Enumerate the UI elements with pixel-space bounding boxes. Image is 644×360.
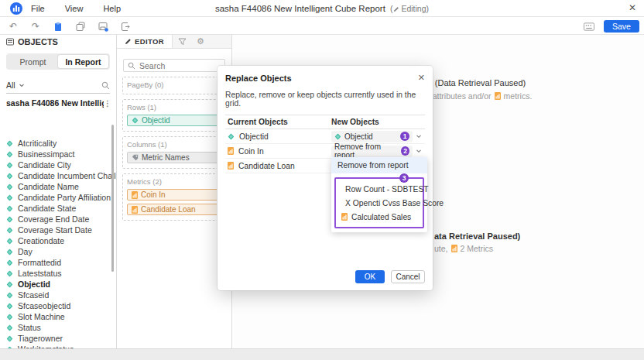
section-label: Rows (1) <box>127 103 221 111</box>
new-object-select[interactable]: Remove from report2 <box>331 146 413 157</box>
attribute-icon <box>228 133 235 140</box>
chevron-down-icon[interactable] <box>19 82 25 88</box>
attribute-icon <box>6 303 13 310</box>
chevron-down-icon[interactable] <box>413 148 425 154</box>
dropdown-option[interactable]: X Opencti Cvss Base Score <box>336 196 423 210</box>
list-item[interactable]: Candidate Party Affiliation <box>0 192 116 203</box>
list-item[interactable]: Day <box>0 246 116 257</box>
menu-view[interactable]: View <box>65 4 84 13</box>
list-item[interactable]: Atcriticality <box>0 138 116 149</box>
search-icon[interactable] <box>101 81 110 90</box>
objects-panel: OBJECTS Prompt In Report All sasha F4408… <box>0 35 117 360</box>
editor-search-input[interactable] <box>139 61 217 70</box>
search-icon <box>128 62 135 70</box>
cancel-button[interactable]: Cancel <box>391 270 425 283</box>
attribute-icon <box>334 133 341 140</box>
list-item[interactable]: Coverage Start Date <box>0 225 116 235</box>
app-logo-icon <box>10 2 22 15</box>
grid-subtitle-fragment: ute, 2 Metrics <box>434 244 493 253</box>
close-window-icon[interactable]: ✕ <box>629 2 636 13</box>
editor-search[interactable] <box>123 59 225 72</box>
dropdown-option-selected[interactable]: Remove from report <box>331 157 427 173</box>
tab-prompt[interactable]: Prompt <box>8 55 58 68</box>
save-button[interactable]: Save <box>604 20 639 33</box>
export-icon[interactable] <box>120 21 131 32</box>
ok-button[interactable]: OK <box>355 270 385 283</box>
save-status-icon[interactable] <box>98 21 108 32</box>
list-item[interactable]: Candidate City <box>0 159 116 170</box>
current-object-cell: Coin In <box>225 147 331 156</box>
attribute-icon <box>6 140 13 147</box>
dialog-title: Replace Objects <box>225 74 418 83</box>
editor-chip[interactable]: Metric Names <box>127 152 221 163</box>
kebab-menu-icon[interactable]: ⋮ <box>104 99 111 108</box>
report-root-item[interactable]: sasha F44086 New Intelligent Cu... ⋮ <box>0 94 116 110</box>
gear-icon[interactable]: ⚙ <box>191 35 210 48</box>
undo-icon[interactable]: ↶ <box>8 21 19 32</box>
replacement-dropdown: Remove from report 3 Row Count - SDBTEST… <box>331 157 427 232</box>
list-item[interactable]: Coverage End Date <box>0 214 116 225</box>
step-badge: 2 <box>401 146 409 156</box>
editor-chip[interactable]: Coin In <box>127 189 221 201</box>
keyboard-shortcuts-icon[interactable] <box>584 21 594 32</box>
objects-filter-row: All <box>6 77 110 94</box>
list-item[interactable]: Tiagerowner <box>0 333 116 344</box>
attribute-icon <box>6 238 13 245</box>
tab-editor[interactable]: EDITOR <box>117 35 173 48</box>
chevron-down-icon[interactable] <box>413 133 425 139</box>
metric-icon <box>228 147 234 155</box>
list-item[interactable]: Lateststatus <box>0 268 116 279</box>
list-item[interactable]: Status <box>0 322 116 333</box>
list-item[interactable]: Slot Machine <box>0 311 116 322</box>
dialog-close-icon[interactable]: ✕ <box>418 73 425 83</box>
filter-all-dropdown[interactable]: All <box>6 81 15 90</box>
list-item[interactable]: Candidate Incumbent Challeng... <box>0 170 116 181</box>
dropdown-option[interactable]: Calculated Sales <box>336 210 423 224</box>
editor-section: PageBy (0) <box>122 77 226 94</box>
metric-icon <box>495 92 501 100</box>
list-item[interactable]: Businessimpact <box>0 149 116 159</box>
layers-icon[interactable] <box>75 21 86 32</box>
section-label: PageBy (0) <box>127 81 221 89</box>
filter-icon[interactable] <box>173 35 191 48</box>
attribute-icon <box>6 183 13 190</box>
tag-icon <box>132 154 139 161</box>
chevron-down-icon <box>416 133 422 139</box>
chevron-down-icon <box>416 148 422 154</box>
attribute-icon <box>6 324 13 331</box>
objects-tabs: Prompt In Report <box>6 53 110 70</box>
editor-panel: EDITOR ⚙ PageBy (0)Rows (1)ObjectidColum… <box>117 35 232 360</box>
new-object-select[interactable]: Objectid1 <box>331 131 413 142</box>
section-label: Metrics (2) <box>127 177 221 186</box>
attribute-icon <box>6 205 13 212</box>
current-object-cell: Objectid <box>225 132 331 141</box>
dropdown-option[interactable]: Row Count - SDBTEST <box>336 182 423 196</box>
attribute-icon <box>6 270 13 277</box>
list-item[interactable]: Formattedid <box>0 257 116 268</box>
list-item[interactable]: Sfcaseid <box>0 290 116 300</box>
menu-file[interactable]: File <box>31 4 45 13</box>
editor-chip[interactable]: Candidate Loan <box>127 204 221 215</box>
tab-in-report[interactable]: In Report <box>58 55 108 68</box>
attribute-icon <box>6 216 13 223</box>
attribute-icon <box>6 314 13 321</box>
paste-icon[interactable] <box>53 21 63 32</box>
editor-tabbar: EDITOR ⚙ <box>117 35 231 49</box>
menu-help[interactable]: Help <box>103 4 121 13</box>
redo-icon[interactable]: ↷ <box>30 21 41 32</box>
toolbar: ↶ ↷ Save <box>0 18 644 35</box>
attribute-icon <box>132 117 139 124</box>
attribute-icon <box>6 292 13 299</box>
list-item[interactable]: Candidate State <box>0 203 116 214</box>
editor-chip[interactable]: Objectid <box>127 115 221 126</box>
editor-section: Rows (1)Objectid <box>122 99 226 132</box>
section-label: Columns (1) <box>127 140 221 149</box>
list-item[interactable]: Objectid <box>0 279 116 290</box>
objects-scrollbar[interactable] <box>111 125 114 272</box>
attribute-icon <box>6 173 13 180</box>
objects-panel-header: OBJECTS <box>0 35 116 49</box>
list-item[interactable]: Creationdate <box>0 235 116 246</box>
list-item[interactable]: Sfcaseobjectid <box>0 300 116 311</box>
attribute-icon <box>6 259 13 266</box>
list-item[interactable]: Candidate Name <box>0 181 116 192</box>
